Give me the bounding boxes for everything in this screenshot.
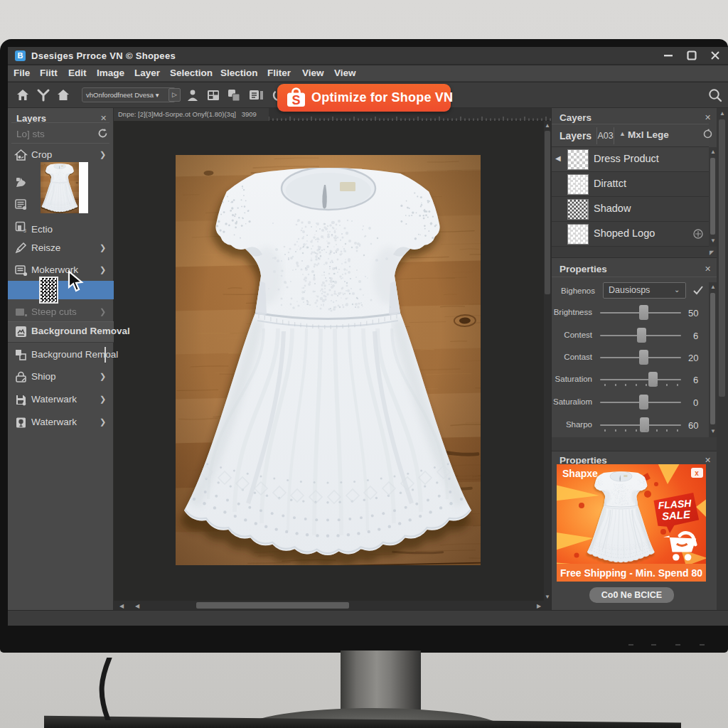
svg-text:x: x bbox=[695, 469, 699, 477]
svg-text:SALE: SALE bbox=[661, 508, 691, 523]
svg-text:S: S bbox=[291, 93, 300, 107]
svg-text:Free Shipping - Min. Spend 80: Free Shipping - Min. Spend 80 bbox=[560, 567, 702, 579]
svg-text:Shapxe: Shapxe bbox=[562, 468, 598, 479]
